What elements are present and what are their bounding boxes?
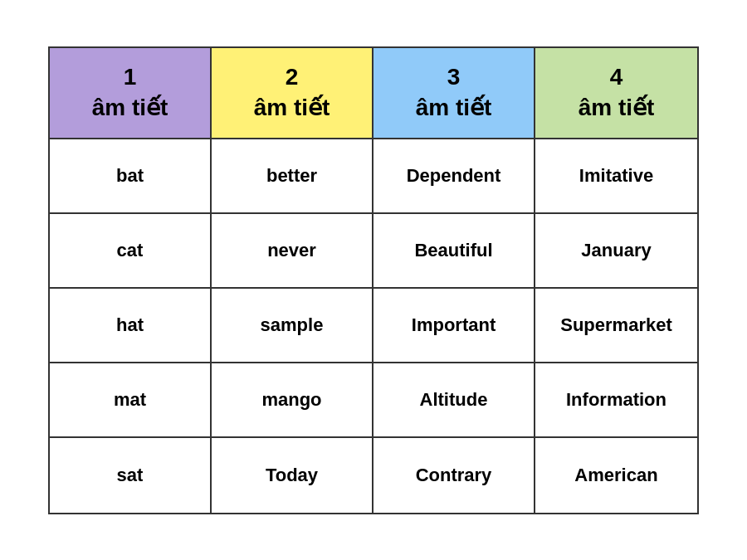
cell-col3-row4: Altitude (374, 363, 534, 438)
cell-col4-row1: Imitative (535, 139, 697, 214)
column-3: 3âm tiếtDependentBeautifulImportantAltit… (374, 48, 535, 513)
cell-col4-row2: January (535, 214, 697, 289)
column-2-header: 2âm tiết (212, 48, 372, 139)
column-3-header: 3âm tiết (374, 48, 534, 139)
cell-col3-row1: Dependent (374, 139, 534, 214)
syllable-table: 1âm tiếtbatcathatmatsat2âm tiếtbetternev… (48, 46, 699, 514)
cell-col3-row2: Beautiful (374, 214, 534, 289)
cell-col1-row1: bat (50, 139, 210, 214)
cell-col2-row3: sample (212, 289, 372, 363)
cell-col3-row3: Important (374, 289, 534, 363)
cell-col2-row5: Today (212, 438, 372, 513)
cell-col1-row3: hat (50, 289, 210, 363)
cell-col4-row4: Information (535, 363, 697, 438)
cell-col1-row4: mat (50, 363, 210, 438)
cell-col1-row2: cat (50, 214, 210, 289)
cell-col4-row5: American (535, 438, 697, 513)
cell-col3-row5: Contrary (374, 438, 534, 513)
cell-col2-row2: never (212, 214, 372, 289)
column-4-header: 4âm tiết (535, 48, 697, 139)
cell-col2-row1: better (212, 139, 372, 214)
cell-col4-row3: Supermarket (535, 289, 697, 363)
column-1-header: 1âm tiết (50, 48, 210, 139)
column-2: 2âm tiếtbetterneversamplemangoToday (212, 48, 374, 513)
column-4: 4âm tiếtImitativeJanuarySupermarketInfor… (535, 48, 697, 513)
cell-col1-row5: sat (50, 438, 210, 513)
column-1: 1âm tiếtbatcathatmatsat (50, 48, 212, 513)
cell-col2-row4: mango (212, 363, 372, 438)
